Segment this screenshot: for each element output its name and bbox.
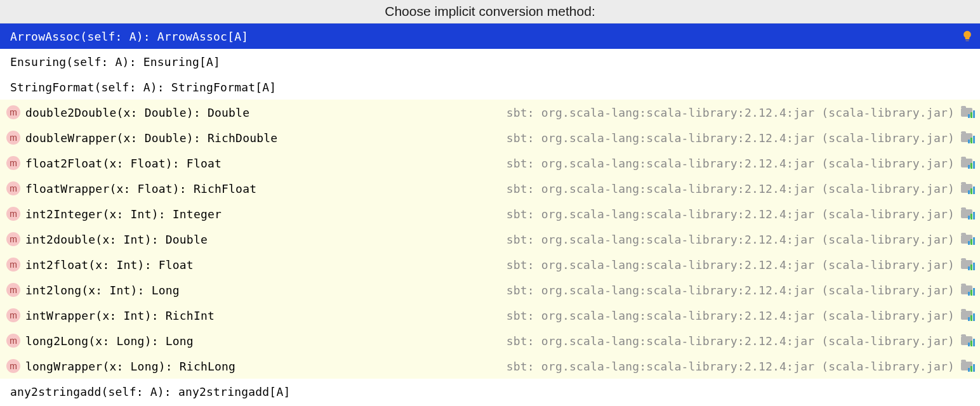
source-text: sbt: org.scala-lang:scala-library:2.12.4… <box>507 207 955 221</box>
method-icon: m <box>6 334 20 348</box>
method-icon: m <box>6 181 20 195</box>
suggestion-row[interactable]: mdouble2Double(x: Double): Doublesbt: or… <box>0 100 980 125</box>
signature-text: any2stringadd(self: A): any2stringadd[A] <box>10 385 290 398</box>
suggestion-row[interactable]: mint2long(x: Int): Longsbt: org.scala-la… <box>0 277 980 303</box>
suggestion-row[interactable]: mlongWrapper(x: Long): RichLongsbt: org.… <box>0 353 980 379</box>
method-icon: m <box>6 105 20 119</box>
signature-text: Ensuring(self: A): Ensuring[A] <box>10 55 220 69</box>
signature-text: doubleWrapper(x: Double): RichDouble <box>25 131 277 145</box>
method-icon: m <box>6 131 20 145</box>
suggestion-row[interactable]: mlong2Long(x: Long): Longsbt: org.scala-… <box>0 328 980 353</box>
signature-text: int2float(x: Int): Float <box>25 258 194 272</box>
method-icon: m <box>6 156 20 170</box>
source-text: sbt: org.scala-lang:scala-library:2.12.4… <box>507 233 955 246</box>
suggestion-row[interactable]: ArrowAssoc(self: A): ArrowAssoc[A] <box>0 23 980 49</box>
library-icon <box>961 157 974 169</box>
library-icon <box>961 208 974 219</box>
signature-text: int2long(x: Int): Long <box>25 284 180 297</box>
signature-text: floatWrapper(x: Float): RichFloat <box>25 182 256 195</box>
popup-title: Choose implicit conversion method: <box>0 0 980 23</box>
library-icon <box>961 233 974 245</box>
signature-text: StringFormat(self: A): StringFormat[A] <box>10 81 276 94</box>
signature-text: longWrapper(x: Long): RichLong <box>25 360 235 373</box>
suggestion-row[interactable]: mint2float(x: Int): Floatsbt: org.scala-… <box>0 252 980 277</box>
source-text: sbt: org.scala-lang:scala-library:2.12.4… <box>507 157 955 170</box>
source-text: sbt: org.scala-lang:scala-library:2.12.4… <box>507 106 955 119</box>
source-text: sbt: org.scala-lang:scala-library:2.12.4… <box>507 258 955 272</box>
library-icon <box>961 310 974 321</box>
library-icon <box>961 132 974 143</box>
method-icon: m <box>6 308 20 322</box>
source-text: sbt: org.scala-lang:scala-library:2.12.4… <box>507 334 955 348</box>
method-icon: m <box>6 359 20 373</box>
library-icon <box>961 284 974 296</box>
source-text: sbt: org.scala-lang:scala-library:2.12.4… <box>507 182 955 195</box>
source-text: sbt: org.scala-lang:scala-library:2.12.4… <box>507 131 955 145</box>
library-icon <box>961 335 974 346</box>
suggestion-row[interactable]: mfloat2Float(x: Float): Floatsbt: org.sc… <box>0 150 980 176</box>
method-icon: m <box>6 258 20 272</box>
signature-text: int2double(x: Int): Double <box>25 233 208 246</box>
method-icon: m <box>6 207 20 221</box>
lightbulb-icon[interactable] <box>961 30 974 43</box>
source-text: sbt: org.scala-lang:scala-library:2.12.4… <box>507 360 955 373</box>
signature-text: int2Integer(x: Int): Integer <box>25 207 222 221</box>
suggestion-row[interactable]: mfloatWrapper(x: Float): RichFloatsbt: o… <box>0 176 980 201</box>
method-icon: m <box>6 283 20 297</box>
suggestion-row[interactable]: Ensuring(self: A): Ensuring[A] <box>0 49 980 74</box>
suggestion-row[interactable]: mint2double(x: Int): Doublesbt: org.scal… <box>0 226 980 252</box>
source-text: sbt: org.scala-lang:scala-library:2.12.4… <box>507 309 955 322</box>
signature-text: float2Float(x: Float): Float <box>25 157 222 170</box>
method-icon: m <box>6 232 20 246</box>
suggestion-row[interactable]: StringFormat(self: A): StringFormat[A] <box>0 74 980 100</box>
library-icon <box>961 183 974 194</box>
library-icon <box>961 259 974 270</box>
signature-text: long2Long(x: Long): Long <box>25 334 194 348</box>
source-text: sbt: org.scala-lang:scala-library:2.12.4… <box>507 284 955 297</box>
signature-text: ArrowAssoc(self: A): ArrowAssoc[A] <box>10 30 248 43</box>
suggestion-row[interactable]: mintWrapper(x: Int): RichIntsbt: org.sca… <box>0 303 980 328</box>
library-icon <box>961 360 974 372</box>
suggestion-row[interactable]: any2stringadd(self: A): any2stringadd[A] <box>0 379 980 404</box>
suggestion-row[interactable]: mdoubleWrapper(x: Double): RichDoublesbt… <box>0 125 980 150</box>
signature-text: double2Double(x: Double): Double <box>25 106 249 119</box>
suggestion-list: ArrowAssoc(self: A): ArrowAssoc[A]Ensuri… <box>0 23 980 404</box>
library-icon <box>961 107 974 118</box>
signature-text: intWrapper(x: Int): RichInt <box>25 309 215 322</box>
suggestion-row[interactable]: mint2Integer(x: Int): Integersbt: org.sc… <box>0 201 980 226</box>
